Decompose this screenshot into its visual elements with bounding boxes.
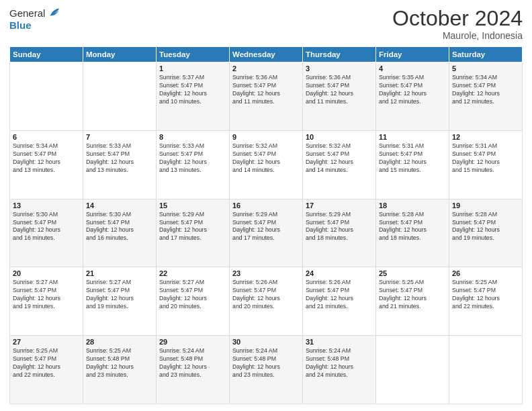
cell-sunset: Sunset: 5:47 PM [13, 287, 80, 295]
table-row: 4Sunrise: 5:35 AMSunset: 5:47 PMDaylight… [376, 62, 449, 131]
cell-sunrise: Sunrise: 5:24 AM [232, 347, 300, 355]
cell-day-number: 6 [13, 133, 80, 141]
cell-sunset: Sunset: 5:47 PM [452, 287, 519, 295]
calendar-week-row: 13Sunrise: 5:30 AMSunset: 5:47 PMDayligh… [10, 199, 523, 267]
cell-sunrise: Sunrise: 5:33 AM [159, 142, 226, 150]
cell-day-number: 25 [379, 269, 446, 277]
cell-info: Sunrise: 5:34 AMSunset: 5:47 PMDaylight:… [13, 142, 80, 175]
cell-info: Sunrise: 5:26 AMSunset: 5:47 PMDaylight:… [232, 279, 300, 311]
table-row: 10Sunrise: 5:32 AMSunset: 5:47 PMDayligh… [303, 130, 376, 199]
cell-sunrise: Sunrise: 5:31 AM [379, 142, 446, 150]
cell-sunrise: Sunrise: 5:35 AM [379, 74, 446, 82]
cell-sunset: Sunset: 5:47 PM [379, 150, 446, 158]
cell-daylight: Daylight: 12 hoursand 16 minutes. [86, 226, 153, 242]
cell-info: Sunrise: 5:33 AMSunset: 5:47 PMDaylight:… [159, 142, 226, 175]
cell-info: Sunrise: 5:25 AMSunset: 5:48 PMDaylight:… [86, 347, 153, 379]
cell-sunset: Sunset: 5:47 PM [232, 82, 300, 90]
cell-info: Sunrise: 5:24 AMSunset: 5:48 PMDaylight:… [306, 347, 373, 379]
cell-info: Sunrise: 5:29 AMSunset: 5:47 PMDaylight:… [159, 211, 226, 243]
cell-sunrise: Sunrise: 5:32 AM [306, 142, 373, 150]
cell-info: Sunrise: 5:27 AMSunset: 5:47 PMDaylight:… [159, 279, 226, 311]
cell-sunrise: Sunrise: 5:36 AM [306, 74, 373, 82]
table-row: 7Sunrise: 5:33 AMSunset: 5:47 PMDaylight… [83, 130, 157, 199]
page: General Blue October 2024 Maurole, Indon… [0, 0, 532, 411]
cell-day-number: 26 [452, 269, 519, 277]
cell-day-number: 1 [159, 64, 226, 73]
cell-sunrise: Sunrise: 5:37 AM [159, 74, 226, 82]
table-row [10, 62, 83, 131]
col-saturday: Saturday [449, 47, 523, 62]
cell-info: Sunrise: 5:37 AMSunset: 5:47 PMDaylight:… [159, 74, 226, 106]
cell-daylight: Daylight: 12 hoursand 11 minutes. [306, 90, 373, 106]
cell-info: Sunrise: 5:24 AMSunset: 5:48 PMDaylight:… [232, 347, 300, 379]
month-title: October 2024 [392, 7, 523, 30]
table-row: 15Sunrise: 5:29 AMSunset: 5:47 PMDayligh… [157, 199, 230, 267]
table-row: 12Sunrise: 5:31 AMSunset: 5:47 PMDayligh… [449, 130, 523, 199]
cell-daylight: Daylight: 12 hoursand 14 minutes. [232, 158, 300, 175]
cell-day-number: 8 [159, 133, 226, 141]
cell-sunset: Sunset: 5:47 PM [13, 355, 80, 363]
table-row [376, 336, 449, 404]
col-wednesday: Wednesday [230, 47, 303, 62]
cell-info: Sunrise: 5:33 AMSunset: 5:47 PMDaylight:… [86, 142, 153, 175]
calendar-table: Sunday Monday Tuesday Wednesday Thursday… [9, 46, 523, 404]
cell-daylight: Daylight: 12 hoursand 13 minutes. [13, 158, 80, 175]
cell-day-number: 14 [86, 201, 153, 210]
cell-info: Sunrise: 5:32 AMSunset: 5:47 PMDaylight:… [232, 142, 300, 175]
cell-day-number: 22 [159, 269, 226, 277]
table-row [449, 336, 523, 404]
cell-sunrise: Sunrise: 5:26 AM [306, 279, 373, 287]
cell-daylight: Daylight: 12 hoursand 10 minutes. [159, 90, 226, 106]
cell-sunset: Sunset: 5:48 PM [232, 355, 300, 363]
cell-day-number: 28 [86, 338, 153, 346]
cell-day-number: 23 [232, 269, 300, 277]
header: General Blue October 2024 Maurole, Indon… [9, 7, 523, 41]
cell-sunrise: Sunrise: 5:32 AM [232, 142, 300, 150]
col-monday: Monday [83, 47, 157, 62]
cell-sunrise: Sunrise: 5:33 AM [86, 142, 153, 150]
cell-sunset: Sunset: 5:48 PM [306, 355, 373, 363]
cell-sunrise: Sunrise: 5:29 AM [159, 211, 226, 219]
cell-sunset: Sunset: 5:47 PM [379, 219, 446, 227]
cell-sunset: Sunset: 5:48 PM [86, 355, 153, 363]
cell-sunset: Sunset: 5:47 PM [306, 82, 373, 90]
cell-sunset: Sunset: 5:47 PM [159, 219, 226, 227]
cell-sunset: Sunset: 5:48 PM [159, 355, 226, 363]
logo-bird-icon [46, 5, 61, 20]
cell-day-number: 17 [306, 201, 373, 210]
cell-daylight: Daylight: 12 hoursand 12 minutes. [452, 90, 519, 106]
table-row [83, 62, 157, 131]
cell-daylight: Daylight: 12 hoursand 19 minutes. [13, 295, 80, 311]
title-block: October 2024 Maurole, Indonesia [392, 7, 523, 41]
cell-sunrise: Sunrise: 5:26 AM [232, 279, 300, 287]
cell-info: Sunrise: 5:32 AMSunset: 5:47 PMDaylight:… [306, 142, 373, 175]
table-row: 24Sunrise: 5:26 AMSunset: 5:47 PMDayligh… [303, 267, 376, 336]
cell-sunset: Sunset: 5:47 PM [232, 287, 300, 295]
cell-sunrise: Sunrise: 5:25 AM [379, 279, 446, 287]
cell-info: Sunrise: 5:34 AMSunset: 5:47 PMDaylight:… [452, 74, 519, 106]
table-row: 13Sunrise: 5:30 AMSunset: 5:47 PMDayligh… [10, 199, 83, 267]
cell-day-number: 12 [452, 133, 519, 141]
cell-sunset: Sunset: 5:47 PM [159, 82, 226, 90]
cell-sunrise: Sunrise: 5:36 AM [232, 74, 300, 82]
cell-daylight: Daylight: 12 hoursand 23 minutes. [159, 363, 226, 379]
cell-sunrise: Sunrise: 5:30 AM [13, 211, 80, 219]
cell-sunrise: Sunrise: 5:28 AM [379, 211, 446, 219]
table-row: 3Sunrise: 5:36 AMSunset: 5:47 PMDaylight… [303, 62, 376, 131]
cell-daylight: Daylight: 12 hoursand 16 minutes. [13, 226, 80, 242]
cell-day-number: 31 [306, 338, 373, 346]
cell-sunrise: Sunrise: 5:25 AM [452, 279, 519, 287]
cell-daylight: Daylight: 12 hoursand 17 minutes. [232, 226, 300, 242]
table-row: 27Sunrise: 5:25 AMSunset: 5:47 PMDayligh… [10, 336, 83, 404]
calendar-week-row: 6Sunrise: 5:34 AMSunset: 5:47 PMDaylight… [10, 130, 523, 199]
cell-daylight: Daylight: 12 hoursand 21 minutes. [306, 295, 373, 311]
cell-daylight: Daylight: 12 hoursand 18 minutes. [379, 226, 446, 242]
cell-info: Sunrise: 5:35 AMSunset: 5:47 PMDaylight:… [379, 74, 446, 106]
cell-sunset: Sunset: 5:47 PM [13, 219, 80, 227]
cell-sunset: Sunset: 5:47 PM [452, 82, 519, 90]
cell-sunrise: Sunrise: 5:27 AM [86, 279, 153, 287]
table-row: 28Sunrise: 5:25 AMSunset: 5:48 PMDayligh… [83, 336, 157, 404]
cell-info: Sunrise: 5:25 AMSunset: 5:47 PMDaylight:… [13, 347, 80, 379]
col-thursday: Thursday [303, 47, 376, 62]
table-row: 14Sunrise: 5:30 AMSunset: 5:47 PMDayligh… [83, 199, 157, 267]
